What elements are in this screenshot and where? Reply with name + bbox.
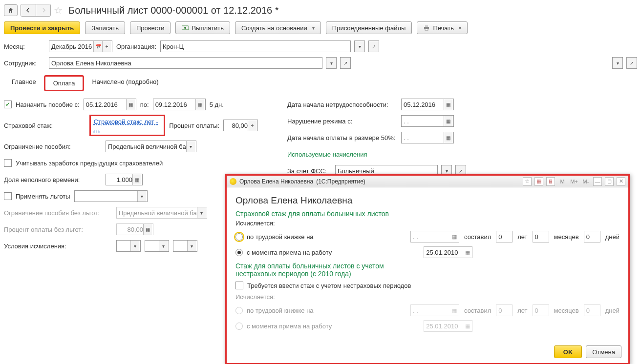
forward-button[interactable] [36, 4, 50, 16]
cond2[interactable]: ▾ [145, 240, 169, 252]
book-date-input[interactable]: . .▦ [410, 231, 459, 243]
star-icon[interactable]: ☆ [54, 4, 63, 16]
date-from-input[interactable]: 05.12.2016▦ [84, 99, 136, 110]
stepper-icon[interactable]: ÷ [102, 41, 111, 52]
prev-insurer-checkbox[interactable] [4, 159, 12, 167]
benefits-label: Применять льготы [16, 193, 70, 200]
limit-nol-label: Ограничение пособия без льгот: [4, 209, 112, 217]
calendar-icon[interactable]: ▦ [444, 99, 452, 110]
apply-button[interactable]: Провести [130, 21, 171, 34]
print-button[interactable]: Печать▾ [417, 21, 468, 34]
calendar-icon[interactable]: ▦ [444, 132, 452, 143]
stazh-label: Страховой стаж: [4, 122, 85, 129]
month-label: Месяц: [4, 43, 45, 50]
section1-title: Страховой стаж для оплаты больничных лис… [235, 210, 620, 218]
cash-icon [182, 25, 189, 31]
tab-accrued[interactable]: Начислено (подробно) [84, 75, 166, 91]
m-button[interactable]: M [558, 177, 567, 186]
stazh-popup: Орлова Елена Николаевна (1С:Предприятие)… [225, 174, 630, 260]
pay-button[interactable]: Выплатить [175, 21, 230, 34]
mplus-button[interactable]: M+ [570, 177, 578, 186]
disabled-start-label: Дата начала нетрудоспособности: [287, 101, 397, 108]
chevron-down-icon[interactable]: ▾ [137, 191, 146, 202]
hire-date-input[interactable]: 25.01.2010▦ [424, 246, 472, 258]
svg-rect-4 [425, 29, 428, 30]
prev-insurer-label: Учитывать заработок предыдущих страховат… [16, 160, 163, 167]
page-title: Больничный лист 0000-000001 от 12.12.201… [68, 5, 279, 16]
date-to-input[interactable]: 09.12.2016▦ [153, 99, 206, 110]
cond3[interactable]: ▾ [173, 240, 197, 252]
radio-from-hire-label: с момента приема на работу [247, 249, 332, 256]
days-input[interactable]: 0 [584, 231, 600, 243]
radio-from-hire[interactable] [235, 249, 243, 256]
months-input[interactable]: 0 [533, 231, 549, 243]
pay-pct-label: Процент оплаты: [169, 122, 219, 129]
back-button[interactable] [21, 4, 36, 16]
tab-main[interactable]: Главное [4, 75, 44, 91]
attachments-button[interactable]: Присоединенные файлы [326, 21, 412, 34]
half-pay-label: Дата начала оплаты в размере 50%: [287, 134, 397, 142]
cond1[interactable]: ▾ [116, 240, 141, 252]
pay-pct-input[interactable]: 80,00÷ [223, 120, 258, 131]
svg-rect-3 [425, 25, 428, 27]
org-open-button[interactable]: ↗ [368, 40, 379, 52]
calc-icon[interactable]: 🖩 [546, 177, 555, 186]
calendar-icon[interactable]: ▦ [452, 234, 457, 240]
printer-icon [423, 25, 430, 31]
svg-point-1 [184, 27, 186, 29]
stepper-icon[interactable]: ÷ [248, 120, 256, 131]
maximize-button[interactable]: ◻ [605, 177, 614, 186]
org-dropdown-button[interactable]: ▾ [354, 40, 365, 52]
employee-label: Сотрудник: [4, 60, 45, 67]
calendar-icon[interactable]: ▦ [195, 99, 204, 110]
years-input[interactable]: 0 [496, 231, 513, 243]
org-input[interactable]: Крон-Ц [160, 40, 351, 52]
employee-extra1[interactable]: ▾ [612, 57, 623, 69]
limit-nol-select: Предельной величиной ба▾ [116, 207, 207, 219]
home-button[interactable] [4, 4, 18, 16]
employee-input[interactable]: Орлова Елена Николаевна [49, 57, 322, 69]
calendar-icon[interactable]: ▦ [465, 249, 470, 256]
benefits-select[interactable]: ▾ [74, 190, 148, 202]
calc-icon: ▦ [143, 224, 152, 235]
save-button[interactable]: Записать [85, 21, 125, 34]
violation-label: Нарушение режима с: [287, 118, 397, 125]
favorite-icon[interactable]: ☆ [523, 177, 532, 186]
tab-payment[interactable]: Оплата [44, 75, 85, 91]
radio-by-book[interactable] [235, 233, 243, 241]
employee-open-button[interactable]: ↗ [340, 57, 351, 69]
month-input[interactable]: Декабрь 2016 📅 ÷ [49, 40, 112, 52]
create-based-on-button[interactable]: Создать на основании▾ [235, 21, 321, 34]
popup-heading: Орлова Елена Николаевна [235, 195, 620, 206]
mminus-button[interactable]: M- [581, 177, 590, 186]
calendar-icon[interactable]: ▦ [444, 116, 452, 126]
limit-select[interactable]: Предельной величиной ба▾ [106, 141, 196, 152]
to-label: по: [140, 101, 149, 108]
partial-input[interactable]: 1,000▦ [106, 174, 143, 185]
close-button[interactable]: ✕ [617, 177, 625, 186]
calendar-icon[interactable]: ▦ [126, 99, 135, 110]
grid-icon[interactable]: ▦ [534, 177, 543, 186]
violation-input[interactable]: . .▦ [401, 115, 454, 127]
chevron-down-icon[interactable]: ▾ [186, 141, 195, 152]
app-logo-icon [230, 178, 236, 185]
stazh-link[interactable]: Страховой стаж: лет - … [94, 118, 158, 133]
assign-checkbox[interactable]: ✓ [4, 101, 12, 108]
apply-close-button[interactable]: Провести и закрыть [4, 21, 80, 34]
calc-label: Исчисляется: [235, 220, 620, 227]
benefits-checkbox[interactable] [4, 192, 12, 200]
employee-dropdown-button[interactable]: ▾ [326, 57, 337, 69]
partial-label: Доля неполного времени: [4, 176, 102, 183]
stazh-link-frame: Страховой стаж: лет - … [89, 115, 166, 136]
calc-cond-label: Условия исчисления: [4, 243, 112, 250]
calendar-icon[interactable]: 📅 [93, 41, 102, 52]
minimize-button[interactable]: — [593, 177, 602, 186]
accruals-used-link[interactable]: Используемые начисления [287, 151, 367, 158]
pct-nol-label: Процент оплаты без льгот: [4, 226, 112, 233]
org-label: Организация: [116, 43, 156, 50]
popup-title-app: (1С:Предприятие) [316, 178, 365, 185]
employee-extra2[interactable]: ↗ [626, 57, 637, 69]
half-pay-input[interactable]: . .▦ [401, 132, 454, 143]
disabled-start-input[interactable]: 05.12.2016▦ [401, 99, 454, 110]
calc-icon[interactable]: ▦ [132, 174, 141, 185]
